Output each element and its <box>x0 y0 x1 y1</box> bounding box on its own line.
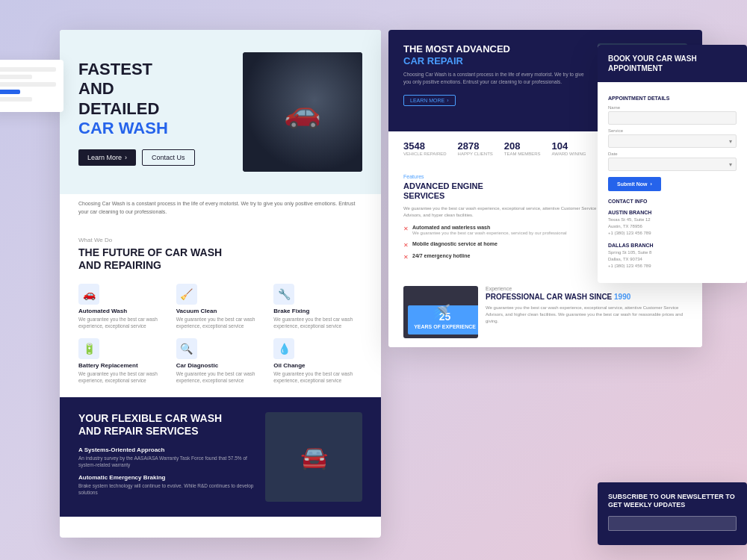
bg-line <box>0 75 32 79</box>
engine-title: ADVANCED ENGINE SERVICES <box>403 181 604 201</box>
arrow-right-icon: › <box>447 98 448 103</box>
feature-automated-wash: ✕ Automated and waterless wash We guaran… <box>403 225 604 236</box>
service-diagnostic: 🔍 Car Diagnostic We guarantee you the be… <box>176 338 265 384</box>
automated-wash-icon: 🚗 <box>78 284 99 305</box>
x-icon: ✕ <box>403 254 409 261</box>
service-desc: We guarantee you the best car wash exper… <box>273 316 362 329</box>
pro-wash-text: Experience Professional Car Wash Since 1… <box>486 286 687 325</box>
diagnostic-icon: 🔍 <box>176 338 197 359</box>
learn-more-right-button[interactable]: LEARN MORE › <box>403 95 456 106</box>
date-field: Date <box>608 152 737 171</box>
appointment-body: APPOINTMENT DETAILS Name Service Date Su… <box>598 82 747 283</box>
battery-icon: 🔋 <box>78 338 99 359</box>
email-input[interactable] <box>608 516 737 531</box>
stat-vehicle-repaired: 3548 VEHICLE REPAIRED <box>403 140 447 156</box>
what-we-do-section: What We Do THE FUTURE OF CAR WASH AND RE… <box>60 223 381 397</box>
dark-section-image <box>265 412 362 502</box>
dark-section: YOUR FLEXIBLE CAR WASH AND REPAIR SERVIC… <box>60 397 381 517</box>
hero-text: FASTEST AND DETAILED CAR WASH Learn More… <box>78 52 232 179</box>
service-name: Battery Replacement <box>78 362 167 369</box>
hero-image <box>243 52 362 172</box>
stat-award-wining: 104 AWARD WINING <box>552 140 586 156</box>
car-wash-photo <box>243 52 362 172</box>
background-element-left <box>0 60 63 112</box>
dark-feature-title: A Systems-Oriented Approach <box>78 447 254 453</box>
feature-emergency-hotline: ✕ 24/7 emergency hotline <box>403 253 604 261</box>
dark-title: YOUR FLEXIBLE CAR WASH AND REPAIR SERVIC… <box>78 412 254 438</box>
appointment-page: BOOK YOUR CAR WASH APPOINTMENT APPOINTME… <box>598 45 747 283</box>
hero-title: FASTEST AND DETAILED CAR WASH <box>78 60 232 139</box>
dark-feature-2: Automatic Emergency Braking Brake system… <box>78 474 254 496</box>
engine-text: Features ADVANCED ENGINE SERVICES We gua… <box>403 174 604 271</box>
main-wrapper: FASTEST AND DETAILED CAR WASH Learn More… <box>60 30 702 538</box>
contact-us-button[interactable]: Contact Us <box>142 149 195 166</box>
contact-info: AUSTIN BRANCH Texas St 45, Suite 12Austi… <box>608 210 737 270</box>
service-name: Automated Wash <box>78 308 167 314</box>
dark-feature-desc: An industry survey by the AASA/ASA Warra… <box>78 455 254 468</box>
stat-team-members: 208 TEAM MEMBERS <box>504 140 541 156</box>
submit-button[interactable]: Submit Now › <box>608 177 661 191</box>
stat-happy-clients: 2878 HAPPY CLIENTS <box>458 140 493 156</box>
dallas-branch: DALLAS BRANCH Spring St 105, Suite 8Dall… <box>608 243 737 270</box>
rp1-title: THE MOST ADVANCED CAR REPAIR <box>403 43 590 66</box>
bg-line <box>0 67 56 72</box>
arrow-icon: › <box>125 154 127 161</box>
intro-text-section: Choosing Car Wash is a constant process … <box>60 194 381 223</box>
dark-feature-1: A Systems-Oriented Approach An industry … <box>78 447 254 468</box>
bg-line <box>0 90 20 94</box>
service-desc: We guarantee you the best car wash exper… <box>78 316 167 329</box>
bg-line <box>0 97 32 102</box>
service-name: Brake Fixing <box>273 308 362 314</box>
right-side: THE MOST ADVANCED CAR REPAIR Choosing Ca… <box>388 30 702 538</box>
feature-mobile-diagnostic: ✕ Mobile diagnostic service at home <box>403 241 604 249</box>
x-icon: ✕ <box>403 242 409 249</box>
pro-wash-photo: 25 YEARS OF EXPERIENCE <box>403 286 478 338</box>
service-desc: We guarantee you the best car wash exper… <box>176 316 265 329</box>
service-vacuum-clean: 🧹 Vacuum Clean We guarantee you the best… <box>176 284 265 329</box>
service-desc: We guarantee you the best car wash exper… <box>176 370 265 384</box>
service-desc: We guarantee you the best car wash exper… <box>273 370 362 384</box>
left-page: FASTEST AND DETAILED CAR WASH Learn More… <box>60 30 381 538</box>
service-name: Oil Change <box>273 362 362 369</box>
service-name: Car Diagnostic <box>176 362 265 369</box>
service-oil-change: 💧 Oil Change We guarantee you the best c… <box>273 338 362 384</box>
vacuum-icon: 🧹 <box>176 284 197 305</box>
services-grid: 🚗 Automated Wash We guarantee you the be… <box>78 284 362 384</box>
pro-wash-section: 25 YEARS OF EXPERIENCE Experience Profes… <box>388 280 702 347</box>
hero-buttons: Learn More › Contact Us <box>78 149 232 166</box>
service-name: Vacuum Clean <box>176 308 265 314</box>
austin-branch: AUSTIN BRANCH Texas St 45, Suite 12Austi… <box>608 210 737 237</box>
hero-section: FASTEST AND DETAILED CAR WASH Learn More… <box>60 30 381 194</box>
arrow-icon: › <box>650 181 651 187</box>
name-field: Name <box>608 105 737 125</box>
service-battery: 🔋 Battery Replacement We guarantee you t… <box>78 338 167 384</box>
appointment-header: BOOK YOUR CAR WASH APPOINTMENT <box>598 45 747 82</box>
oil-icon: 💧 <box>273 338 294 359</box>
dark-section-text: YOUR FLEXIBLE CAR WASH AND REPAIR SERVIC… <box>78 412 254 502</box>
bg-line <box>0 82 56 87</box>
dark-feature-title: Automatic Emergency Braking <box>78 474 254 481</box>
brake-icon: 🔧 <box>273 284 294 305</box>
learn-more-button[interactable]: Learn More › <box>78 149 136 166</box>
service-automated-wash: 🚗 Automated Wash We guarantee you the be… <box>78 284 167 329</box>
service-field: Service <box>608 128 737 148</box>
years-badge: 25 YEARS OF EXPERIENCE <box>408 305 478 335</box>
service-brake-fixing: 🔧 Brake Fixing We guarantee you the best… <box>273 284 362 329</box>
dark-feature-desc: Brake system technology will continue to… <box>78 482 254 496</box>
newsletter-section: SUBSCRIBE TO OUR NEWSLETTER TO GET WEEKL… <box>598 482 747 545</box>
rp1-hero-text: THE MOST ADVANCED CAR REPAIR Choosing Ca… <box>403 43 590 118</box>
service-desc: We guarantee you the best car wash exper… <box>78 370 167 384</box>
x-icon: ✕ <box>403 225 409 232</box>
section-title: THE FUTURE OF CAR WASH AND REPAIRING <box>78 246 362 272</box>
pro-title: Professional Car Wash Since 1990 <box>486 293 687 302</box>
